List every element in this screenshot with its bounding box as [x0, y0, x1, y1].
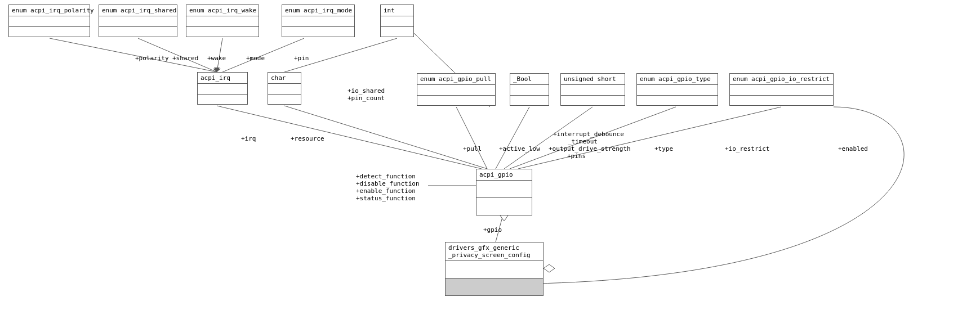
label-enabled: +enabled	[838, 145, 868, 152]
label-resource: +resource	[291, 135, 324, 142]
label-gpio: +gpio	[483, 226, 502, 233]
label-enable-function: +enable_function	[356, 187, 416, 195]
box-bool: _Bool	[510, 73, 549, 106]
box-acpi-gpio-title: acpi_gpio	[476, 169, 532, 181]
box-acpi-gpio-pull: enum acpi_gpio_pull	[417, 73, 496, 106]
box-acpi-gpio-pull-body	[417, 85, 495, 95]
box-acpi-irq-shared: enum acpi_irq_shared	[99, 5, 177, 37]
box-acpi-irq-polarity-title: enum acpi_irq_polarity	[9, 5, 90, 16]
box-acpi-gpio-type-title: enum acpi_gpio_type	[637, 74, 718, 85]
label-mode: +mode	[246, 55, 265, 62]
diagram-container: enum acpi_irq_polarity enum acpi_irq_sha…	[0, 0, 980, 319]
box-acpi-irq-shared-body2	[99, 26, 177, 37]
box-acpi-irq-body2	[198, 94, 247, 104]
svg-line-8	[456, 107, 487, 169]
box-acpi-irq: acpi_irq	[197, 72, 248, 105]
label-pin: +pin	[294, 55, 309, 62]
box-acpi-gpio-io-restrict-body2	[730, 95, 833, 105]
box-drivers-gfx-title: drivers_gfx_generic_privacy_screen_confi…	[446, 242, 543, 261]
box-acpi-irq-mode: enum acpi_irq_mode	[282, 5, 355, 37]
box-acpi-irq-wake-body	[186, 16, 259, 26]
box-acpi-gpio-body	[476, 181, 532, 197]
box-acpi-irq-polarity: enum acpi_irq_polarity	[8, 5, 90, 37]
label-pin-count: +pin_count	[348, 95, 385, 102]
label-irq: +irq	[241, 135, 256, 142]
box-acpi-irq-mode-body	[282, 16, 354, 26]
box-acpi-irq-polarity-body2	[9, 26, 90, 37]
box-acpi-gpio-io-restrict-title: enum acpi_gpio_io_restrict	[730, 74, 833, 85]
box-acpi-irq-polarity-body	[9, 16, 90, 26]
box-acpi-irq-mode-title: enum acpi_irq_mode	[282, 5, 354, 16]
label-timeout: _timeout	[568, 138, 598, 145]
box-int-body	[381, 16, 413, 26]
label-pull: +pull	[463, 145, 482, 152]
box-bool-body	[510, 85, 549, 95]
label-output-drive-strength: +output_drive_strength	[549, 145, 631, 152]
label-interrupt-debounce: +interrupt_debounce	[553, 131, 624, 138]
box-unsigned-short: unsigned short	[560, 73, 625, 106]
label-pins: +pins	[567, 152, 586, 160]
box-acpi-irq-wake-title: enum acpi_irq_wake	[186, 5, 259, 16]
label-polarity: +polarity	[135, 55, 169, 62]
box-acpi-irq-shared-title: enum acpi_irq_shared	[99, 5, 177, 16]
label-type: +type	[654, 145, 673, 152]
box-acpi-irq-wake: enum acpi_irq_wake	[186, 5, 259, 37]
svg-line-9	[496, 107, 529, 169]
box-bool-body2	[510, 95, 549, 105]
label-active-low: +active_low	[499, 145, 540, 152]
box-acpi-gpio-type: enum acpi_gpio_type	[636, 73, 718, 106]
box-unsigned-short-body	[561, 85, 625, 95]
box-acpi-gpio-type-body	[637, 85, 718, 95]
box-bool-title: _Bool	[510, 74, 549, 85]
label-io-restrict: +io_restrict	[725, 145, 769, 152]
box-acpi-gpio-body2	[476, 197, 532, 215]
box-char-title: char	[268, 73, 301, 84]
box-acpi-gpio-pull-title: enum acpi_gpio_pull	[417, 74, 495, 85]
box-unsigned-short-title: unsigned short	[561, 74, 625, 85]
svg-line-6	[217, 106, 482, 169]
label-io-shared: +io_shared	[348, 87, 385, 95]
label-detect-function: +detect_function	[356, 173, 416, 180]
box-unsigned-short-body2	[561, 95, 625, 105]
box-acpi-gpio: acpi_gpio	[476, 169, 532, 215]
box-int: int	[380, 5, 414, 37]
box-char-body	[268, 84, 301, 94]
box-acpi-gpio-io-restrict-body	[730, 85, 833, 95]
label-disable-function: +disable_function	[356, 180, 420, 187]
box-acpi-irq-shared-body	[99, 16, 177, 26]
box-acpi-gpio-pull-body2	[417, 95, 495, 105]
box-acpi-irq-title: acpi_irq	[198, 73, 247, 84]
box-drivers-gfx-body2	[446, 278, 543, 295]
box-acpi-gpio-io-restrict: enum acpi_gpio_io_restrict	[729, 73, 834, 106]
svg-marker-16	[544, 264, 555, 272]
svg-line-12	[518, 107, 781, 169]
label-shared: +shared	[172, 55, 198, 62]
box-char: char	[268, 72, 301, 105]
box-int-title: int	[381, 5, 413, 16]
box-acpi-irq-wake-body2	[186, 26, 259, 37]
label-wake: +wake	[207, 55, 226, 62]
box-acpi-irq-body	[198, 84, 247, 94]
box-drivers-gfx: drivers_gfx_generic_privacy_screen_confi…	[445, 242, 544, 296]
box-drivers-gfx-body	[446, 261, 543, 278]
label-status-function: +status_function	[356, 195, 416, 202]
box-acpi-gpio-type-body2	[637, 95, 718, 105]
box-acpi-irq-mode-body2	[282, 26, 354, 37]
box-int-body2	[381, 26, 413, 37]
box-char-body2	[268, 94, 301, 104]
